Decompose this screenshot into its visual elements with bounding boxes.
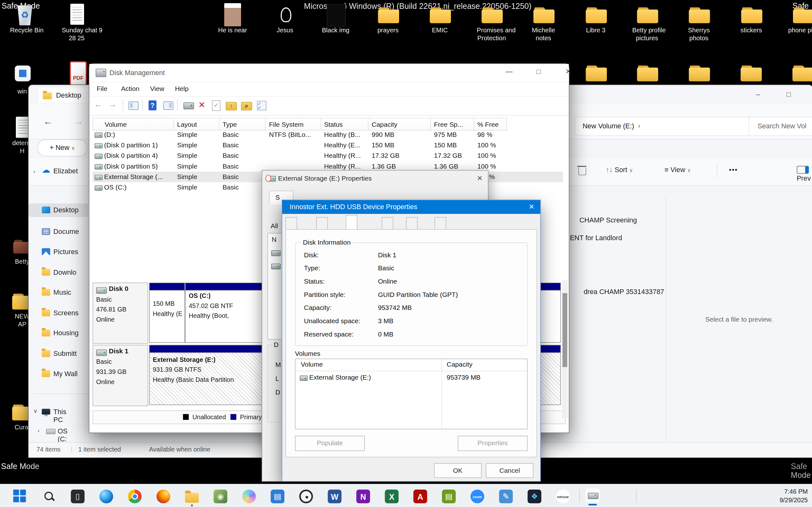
mark-partition-icon[interactable]: ✓ <box>212 101 220 111</box>
tab-policies[interactable] <box>316 217 328 229</box>
back-icon[interactable]: ← <box>94 100 102 110</box>
change-drive-letter-icon[interactable] <box>183 102 194 109</box>
taskbar-more-icon[interactable]: ••• <box>610 503 623 507</box>
tab-general[interactable] <box>286 217 297 229</box>
folder-icon[interactable]: Libre 3 <box>581 3 611 34</box>
tab-events[interactable] <box>435 217 446 229</box>
taskbar-clock[interactable]: 7:46 PM 9/29/2025 <box>780 487 808 504</box>
close-button[interactable]: ✕ <box>560 67 576 75</box>
folder-icon[interactable]: phone pics <box>788 3 812 34</box>
maximize-button[interactable]: □ <box>531 67 547 75</box>
folder-icon[interactable]: Michelle notes <box>529 3 558 42</box>
properties-button[interactable]: Properties <box>458 436 527 451</box>
tab-volumes[interactable] <box>346 215 357 229</box>
cancel-button[interactable]: Cancel <box>486 463 534 478</box>
file-explorer-icon[interactable] <box>185 493 199 503</box>
preview-toggle[interactable]: Prev <box>797 166 812 182</box>
folder-icon[interactable] <box>736 61 765 84</box>
excel-icon[interactable]: X <box>385 490 398 503</box>
partition-efi[interactable]: 150 MB Healthy (E <box>149 283 185 343</box>
menu-view[interactable]: View <box>150 85 164 92</box>
table-header[interactable]: VolumeLayout TypeFile System StatusCapac… <box>93 118 563 128</box>
sidebar-item-desktop[interactable]: Desktop <box>29 204 88 217</box>
properties-icon[interactable]: ✓✓ <box>257 101 266 110</box>
settings-app-icon[interactable]: ▤ <box>270 490 284 503</box>
more-options-button[interactable]: ••• <box>729 166 738 174</box>
folder-icon[interactable]: prayers <box>373 3 403 34</box>
edge-icon[interactable] <box>99 490 113 503</box>
start-button[interactable] <box>13 489 28 504</box>
volumes-table[interactable]: Volume Capacity External Storage (E:) 95… <box>295 359 527 429</box>
chrome-icon[interactable] <box>128 490 142 503</box>
bible-app-icon[interactable]: ▤ <box>442 490 455 503</box>
forward-icon[interactable]: → <box>109 100 117 110</box>
folder-icon[interactable]: Sherrys photos <box>684 3 714 42</box>
folder-icon[interactable] <box>632 61 662 84</box>
image-icon[interactable]: Jesus <box>270 3 300 34</box>
phone-link-icon[interactable]: ▯ <box>71 490 84 503</box>
chevron-down-icon[interactable]: ∨ <box>33 408 38 415</box>
open-folder-icon[interactable]: ↑ <box>226 102 237 111</box>
photos-app-icon[interactable]: ❖ <box>527 490 541 503</box>
action-pane-icon[interactable] <box>163 101 173 110</box>
close-icon[interactable]: ✕ <box>529 203 535 211</box>
acrobat-icon[interactable]: A <box>413 490 427 503</box>
zoom-icon[interactable]: zoom <box>470 490 484 503</box>
search-input[interactable]: Search New Vol <box>749 117 812 135</box>
console-tree-icon[interactable] <box>129 101 139 110</box>
view-button[interactable]: ≡ View ∨ <box>664 166 691 174</box>
chevron-icon[interactable]: › <box>33 164 35 178</box>
scrollbar[interactable] <box>562 280 568 418</box>
document-icon[interactable]: Sunday chat 9 28 25 <box>62 3 91 42</box>
recycle-bin-icon[interactable]: Recycle Bin <box>10 3 40 34</box>
ok-button[interactable]: OK <box>434 463 481 478</box>
disk0-panel[interactable]: Disk 0 Basic 476.81 GB Online <box>93 283 148 344</box>
netvue-icon[interactable]: netvue <box>556 490 570 503</box>
minimize-button[interactable]: – <box>750 90 766 98</box>
photo-editor-icon[interactable]: ✎ <box>499 490 513 503</box>
onenote-icon[interactable]: N <box>356 490 370 503</box>
firefox-icon[interactable] <box>156 490 170 503</box>
explore-folder-icon[interactable]: ⌕ <box>241 102 252 111</box>
folder-icon[interactable] <box>684 61 714 84</box>
delete-icon[interactable] <box>578 167 586 177</box>
menu-action[interactable]: Action <box>121 85 140 92</box>
breadcrumb[interactable]: New Volume (E:) › <box>575 117 752 135</box>
folder-icon[interactable] <box>788 61 812 84</box>
folder-icon[interactable]: Betty profile pictures <box>632 3 662 42</box>
disc-utility-icon[interactable] <box>299 490 313 503</box>
populate-button[interactable]: Populate <box>295 436 365 451</box>
folder-icon[interactable]: EMIC <box>425 3 455 34</box>
volume-row[interactable]: (Disk 0 partition 4)Simple Basic Healthy… <box>93 151 563 161</box>
disk-management-taskbar-icon[interactable] <box>586 489 600 502</box>
back-icon[interactable]: ← <box>44 117 52 127</box>
copilot-icon[interactable] <box>242 490 256 503</box>
help-icon[interactable]: ? <box>148 101 156 111</box>
minimize-button[interactable]: — <box>501 67 517 75</box>
folder-icon[interactable]: stickers <box>737 3 766 34</box>
folder-icon[interactable] <box>581 61 611 84</box>
image-icon[interactable]: Black img <box>321 3 351 34</box>
tab-driver[interactable] <box>382 217 393 229</box>
disk1-panel[interactable]: Disk 1 Basic 931.39 GB Online <box>93 345 148 406</box>
file-item[interactable]: drea CHAMP 3531433787 <box>583 288 664 296</box>
tab-details[interactable] <box>406 217 418 229</box>
volume-row[interactable]: (Disk 0 partition 1)Simple Basic Healthy… <box>93 140 563 151</box>
volume-row[interactable]: (D:)Simple BasicNTFS (BitLo... Healthy (… <box>93 129 563 140</box>
menu-help[interactable]: Help <box>175 85 189 92</box>
chevron-icon[interactable]: › <box>38 427 39 434</box>
photo-icon[interactable]: He is near <box>218 3 247 34</box>
sort-button[interactable]: ↑↓ Sort ∨ <box>606 166 633 174</box>
search-icon[interactable] <box>42 490 56 503</box>
maximize-button[interactable]: □ <box>781 90 797 98</box>
close-icon[interactable]: ✕ <box>477 174 483 182</box>
file-item[interactable]: CHAMP Screening <box>579 216 637 224</box>
menu-file[interactable]: File <box>97 85 107 92</box>
folder-icon[interactable]: Promises and Protection <box>477 3 506 42</box>
delete-volume-icon[interactable]: ✕ <box>198 100 205 110</box>
pinned-app-icon[interactable]: ◉ <box>213 490 227 503</box>
pdf-icon[interactable] <box>62 61 91 84</box>
forward-icon[interactable]: → <box>74 117 83 127</box>
file-item[interactable]: ENT for Landlord <box>570 234 622 242</box>
new-button[interactable]: + New ∨ <box>38 139 87 156</box>
